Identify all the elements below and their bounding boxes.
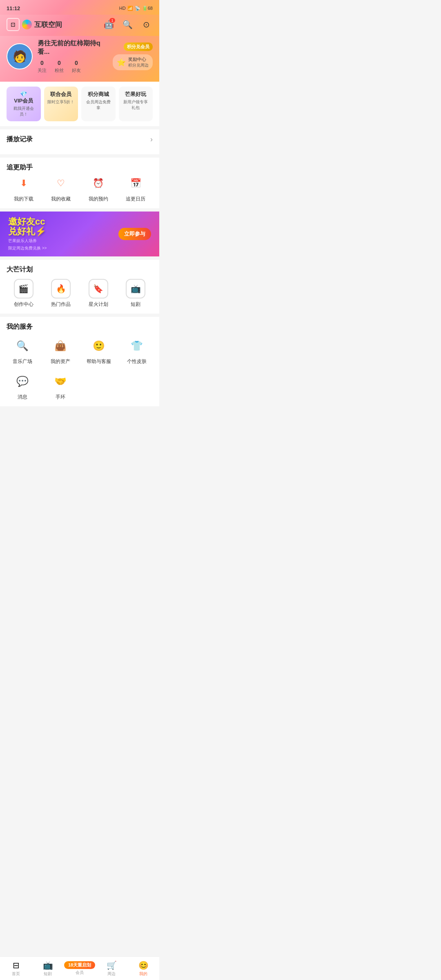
vip-badge[interactable]: 积分兑会员 bbox=[124, 42, 153, 51]
help-service-item[interactable]: 🙂 帮助与客服 bbox=[83, 336, 115, 365]
reward-title: 奖励中心 bbox=[128, 56, 149, 62]
headset-icon: 🙂 bbox=[89, 336, 109, 356]
scan-button[interactable]: ⊡ bbox=[7, 18, 20, 31]
follow-label: 关注 bbox=[38, 68, 47, 73]
follow-stat[interactable]: 0 关注 bbox=[38, 60, 47, 74]
signal-icon: 📶 bbox=[127, 6, 133, 11]
play-history-header: 播放记录 › bbox=[7, 135, 153, 144]
mango-fun-card[interactable]: 芒果好玩 新用户领专享礼包 bbox=[119, 87, 153, 121]
message-button[interactable]: 🤖 1 bbox=[102, 18, 115, 31]
message-badge: 1 bbox=[109, 18, 115, 23]
banner-main-line1: 邀好友cc bbox=[8, 217, 47, 227]
invite-banner[interactable]: 邀好友cc 兑好礼⚡ 芒果娱乐人场券 限定周边免费兑换 >> 立即参与 bbox=[0, 212, 159, 256]
play-history-section: 播放记录 › bbox=[0, 129, 159, 154]
band-item[interactable]: 🤝 手环 bbox=[45, 372, 77, 401]
friend-count: 0 bbox=[72, 60, 81, 66]
fans-count: 0 bbox=[55, 60, 64, 66]
reward-center-button[interactable]: ⭐ 奖励中心 积分兑周边 bbox=[113, 54, 153, 70]
tshirt-icon: 👕 bbox=[127, 336, 147, 356]
banner-cta-button[interactable]: 立即参与 bbox=[118, 228, 151, 240]
skin-item[interactable]: 👕 个性皮肤 bbox=[121, 336, 153, 365]
track-helper-title: 追更助手 bbox=[7, 163, 153, 172]
message-item[interactable]: 💬 消息 bbox=[7, 372, 38, 401]
header: ⊡ 互联空间 🤖 1 🔍 ⊙ bbox=[0, 15, 159, 36]
dafang-plan-title: 大芒计划 bbox=[7, 265, 153, 274]
record-button[interactable]: ⊙ bbox=[140, 18, 153, 31]
header-logo: ⊡ 互联空间 bbox=[7, 18, 99, 31]
creation-icon: 🎬 bbox=[14, 279, 33, 298]
search-icon: 🔍 bbox=[122, 20, 133, 29]
profile-right: 积分兑会员 ⭐ 奖励中心 积分兑周边 bbox=[113, 42, 153, 70]
friend-stat[interactable]: 0 好友 bbox=[72, 60, 81, 74]
points-mall-card[interactable]: 积分商城 会员周边免费拿 bbox=[81, 87, 116, 121]
help-label: 帮助与客服 bbox=[87, 358, 111, 365]
music-icon: 🔍 bbox=[13, 336, 32, 356]
message-label: 消息 bbox=[18, 394, 27, 401]
favorites-item[interactable]: ♡ 我的收藏 bbox=[44, 174, 78, 203]
app-title: 互联空间 bbox=[34, 20, 62, 29]
wallet-icon: 👜 bbox=[51, 336, 70, 356]
my-services-title: 我的服务 bbox=[7, 323, 153, 331]
hd-icon: HD bbox=[119, 6, 126, 11]
status-bar: 11:12 HD 📶 📡 🔋68 bbox=[0, 0, 159, 15]
battery-icon: 🔋68 bbox=[142, 6, 153, 11]
reward-sub: 积分兑周边 bbox=[128, 62, 149, 68]
membership-cards: 💎 VIP会员 戳我开通会员！ 联合会员 限时立享5折！ 积分商城 会员周边免费… bbox=[0, 82, 159, 126]
hot-works-label: 热门作品 bbox=[51, 301, 71, 308]
spark-plan-item[interactable]: 🔖 星火计划 bbox=[81, 279, 116, 308]
track-helper-section: 追更助手 ⬇ 我的下载 ♡ 我的收藏 ⏰ 我的预约 bbox=[0, 158, 159, 208]
dafang-plan-section: 大芒计划 🎬 创作中心 🔥 热门作品 🔖 星火计划 📺 短剧 bbox=[0, 260, 159, 314]
tv-icon: 📺 bbox=[126, 279, 145, 298]
reward-star-icon: ⭐ bbox=[117, 58, 126, 67]
profile-stats: 0 关注 0 粉丝 0 好友 bbox=[38, 60, 108, 74]
logo-spiral-icon bbox=[22, 20, 32, 29]
joint-member-card[interactable]: 联合会员 限时立享5折！ bbox=[44, 87, 78, 121]
spark-plan-label: 星火计划 bbox=[89, 301, 108, 308]
download-label: 我的下载 bbox=[14, 196, 33, 203]
profile-row: 🧑 勇往无前的红柿期待q看... 0 关注 0 粉丝 0 好友 bbox=[7, 39, 153, 74]
calendar-icon: 📅 bbox=[130, 178, 141, 189]
search-button[interactable]: 🔍 bbox=[121, 18, 134, 31]
chat-icon: 💬 bbox=[13, 372, 32, 391]
scan-icon: ⊡ bbox=[11, 21, 16, 28]
fire-icon: 🔥 bbox=[51, 279, 71, 298]
calendar-label: 追更日历 bbox=[126, 196, 145, 203]
wifi-icon: 📡 bbox=[135, 6, 140, 11]
reservation-icon-wrap: ⏰ bbox=[89, 174, 108, 193]
fans-stat[interactable]: 0 粉丝 bbox=[55, 60, 64, 74]
avatar[interactable]: 🧑 bbox=[7, 43, 33, 69]
my-assets-item[interactable]: 👜 我的资产 bbox=[45, 336, 77, 365]
download-icon: ⬇ bbox=[20, 178, 27, 189]
download-item[interactable]: ⬇ 我的下载 bbox=[7, 174, 41, 203]
favorites-label: 我的收藏 bbox=[51, 196, 71, 203]
reservation-item[interactable]: ⏰ 我的预约 bbox=[81, 174, 116, 203]
favorites-icon-wrap: ♡ bbox=[51, 174, 71, 193]
band-label: 手环 bbox=[56, 394, 65, 401]
fans-label: 粉丝 bbox=[55, 68, 64, 73]
download-icon-wrap: ⬇ bbox=[14, 174, 33, 193]
profile-info: 勇往无前的红柿期待q看... 0 关注 0 粉丝 0 好友 bbox=[38, 39, 108, 74]
hot-works-item[interactable]: 🔥 热门作品 bbox=[44, 279, 78, 308]
short-drama-item[interactable]: 📺 短剧 bbox=[119, 279, 153, 308]
creation-center-item[interactable]: 🎬 创作中心 bbox=[7, 279, 41, 308]
skin-label: 个性皮肤 bbox=[127, 358, 147, 365]
vip-title: VIP会员 bbox=[10, 97, 38, 105]
joint-title: 联合会员 bbox=[47, 91, 75, 98]
banner-text: 邀好友cc 兑好礼⚡ 芒果娱乐人场券 限定周边免费兑换 >> bbox=[8, 217, 47, 251]
clock-icon: ⏰ bbox=[93, 178, 104, 189]
assets-label: 我的资产 bbox=[51, 358, 70, 365]
mango-sub: 新用户领专享礼包 bbox=[122, 99, 150, 111]
points-sub: 会员周边免费拿 bbox=[85, 99, 112, 111]
calendar-item[interactable]: 📅 追更日历 bbox=[119, 174, 153, 203]
music-plaza-item[interactable]: 🔍 音乐广场 bbox=[7, 336, 38, 365]
banner-cta-text: 立即参与 bbox=[124, 231, 145, 237]
banner-sub-line2: 限定周边免费兑换 >> bbox=[8, 245, 47, 251]
reservation-label: 我的预约 bbox=[89, 196, 108, 203]
reward-info: 奖励中心 积分兑周边 bbox=[128, 56, 149, 68]
vip-sub: 戳我开通会员！ bbox=[10, 106, 38, 117]
joint-sub: 限时立享5折！ bbox=[47, 99, 75, 105]
vip-member-card[interactable]: 💎 VIP会员 戳我开通会员！ bbox=[7, 87, 41, 121]
play-history-arrow[interactable]: › bbox=[150, 135, 153, 144]
creation-label: 创作中心 bbox=[14, 301, 33, 308]
header-actions: 🤖 1 🔍 ⊙ bbox=[102, 18, 153, 31]
